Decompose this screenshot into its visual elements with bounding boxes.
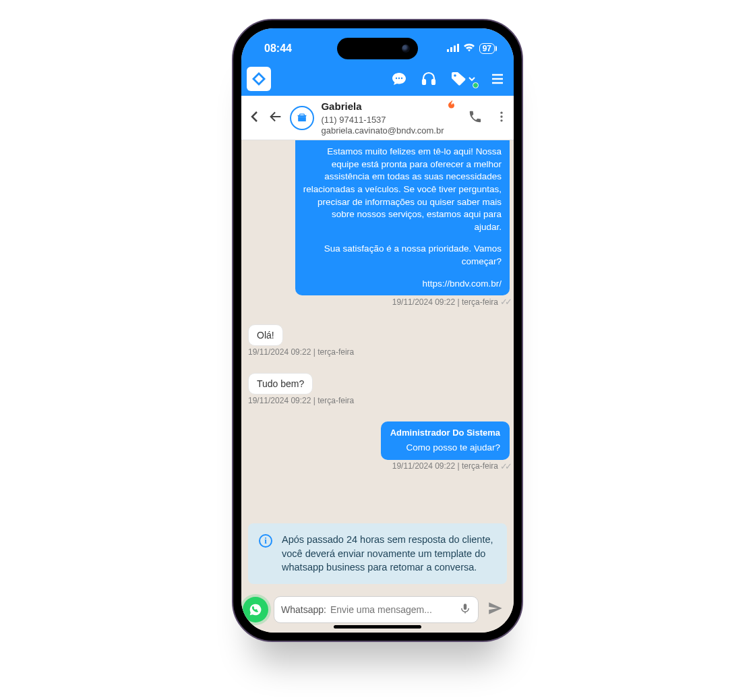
incoming-message: Olá! xyxy=(248,324,283,346)
intro-line2: Sua satisfação é a nossa prioridade. Vam… xyxy=(303,243,502,268)
call-icon[interactable] xyxy=(468,109,483,127)
svg-rect-2 xyxy=(454,46,456,53)
chat-icon[interactable] xyxy=(391,71,407,87)
svg-point-15 xyxy=(500,111,502,113)
message-timestamp: 19/11/2024 09:22 | terça-feira xyxy=(248,396,354,405)
chat-area[interactable]: Estamos muito felizes em tê-lo aqui! Nos… xyxy=(241,140,514,523)
svg-point-6 xyxy=(401,78,402,79)
message-text-input[interactable] xyxy=(330,604,455,615)
message-timestamp: 19/11/2024 09:22 | terça-feira✓✓ xyxy=(392,297,510,307)
svg-rect-3 xyxy=(457,44,459,52)
out2-text: Como posso te ajudar? xyxy=(390,442,500,455)
dynamic-island xyxy=(337,38,418,59)
sender-label: Administrador Do Sistema xyxy=(390,427,500,439)
contact-info[interactable]: Gabriela (11) 97411-1537 gabriela.cavina… xyxy=(321,99,461,137)
screen: 08:44 97 xyxy=(241,28,514,633)
svg-point-4 xyxy=(396,78,397,79)
home-indicator[interactable] xyxy=(334,625,421,629)
contact-email: gabriela.cavinato@bndv.com.br xyxy=(321,125,461,136)
read-checkmarks-icon: ✓✓ xyxy=(500,297,510,307)
battery-indicator: 97 xyxy=(479,43,495,54)
svg-rect-1 xyxy=(450,47,452,52)
contact-header: Gabriela (11) 97411-1537 gabriela.cavina… xyxy=(241,96,514,140)
microphone-icon[interactable] xyxy=(459,602,471,617)
svg-rect-14 xyxy=(300,114,305,116)
svg-rect-7 xyxy=(423,80,425,84)
send-button[interactable] xyxy=(484,600,507,620)
wifi-icon xyxy=(463,42,475,55)
info-icon: i xyxy=(259,534,272,548)
info-notice: i Após passado 24 horas sem resposta do … xyxy=(248,523,507,584)
whatsapp-fab[interactable] xyxy=(243,597,268,622)
phone-frame: 08:44 97 xyxy=(232,19,523,642)
incoming-message: Tudo bem? xyxy=(248,373,313,395)
message-timestamp: 19/11/2024 09:22 | terça-feira xyxy=(248,347,354,357)
back-arrow-icon[interactable] xyxy=(247,109,266,127)
svg-rect-8 xyxy=(432,80,435,84)
input-prefix: Whatsapp: xyxy=(281,604,326,615)
tag-dropdown-icon[interactable] xyxy=(450,71,476,87)
status-right: 97 xyxy=(447,42,495,55)
svg-point-9 xyxy=(454,74,456,77)
app-logo[interactable] xyxy=(247,67,271,91)
svg-point-16 xyxy=(500,115,502,117)
fire-icon xyxy=(446,99,458,115)
cellular-icon xyxy=(447,42,459,55)
back-button[interactable] xyxy=(268,109,283,127)
outgoing-message: Estamos muito felizes em tê-lo aqui! Nos… xyxy=(295,140,510,295)
svg-rect-13 xyxy=(299,117,307,121)
contact-phone: (11) 97411-1537 xyxy=(321,115,461,125)
contact-avatar[interactable] xyxy=(290,106,314,130)
intro-body: Estamos muito felizes em tê-lo aqui! Nos… xyxy=(303,146,502,233)
status-time: 08:44 xyxy=(264,42,292,55)
more-vertical-icon[interactable] xyxy=(495,110,508,126)
info-text: Após passado 24 horas sem resposta do cl… xyxy=(282,533,496,575)
svg-point-17 xyxy=(500,119,502,121)
svg-point-5 xyxy=(398,78,400,79)
message-timestamp: 19/11/2024 09:22 | terça-feira✓✓ xyxy=(392,461,510,471)
message-input[interactable]: Whatsapp: xyxy=(274,596,479,623)
intro-link[interactable]: https://bndv.com.br/ xyxy=(303,278,502,291)
svg-rect-0 xyxy=(447,49,449,52)
contact-name: Gabriela xyxy=(321,100,361,113)
hamburger-menu-icon[interactable] xyxy=(489,71,506,87)
app-top-nav xyxy=(241,62,514,96)
read-checkmarks-icon: ✓✓ xyxy=(500,461,510,471)
headset-icon[interactable] xyxy=(421,71,437,87)
outgoing-message: Administrador Do Sistema Como posso te a… xyxy=(381,421,510,460)
